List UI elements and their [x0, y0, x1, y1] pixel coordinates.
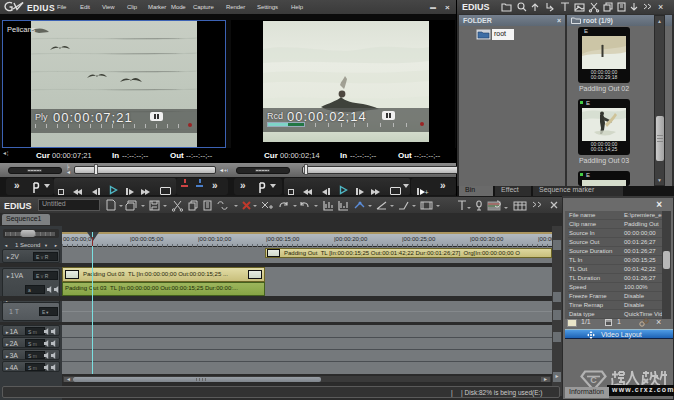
svg-text:C: C — [590, 375, 597, 385]
